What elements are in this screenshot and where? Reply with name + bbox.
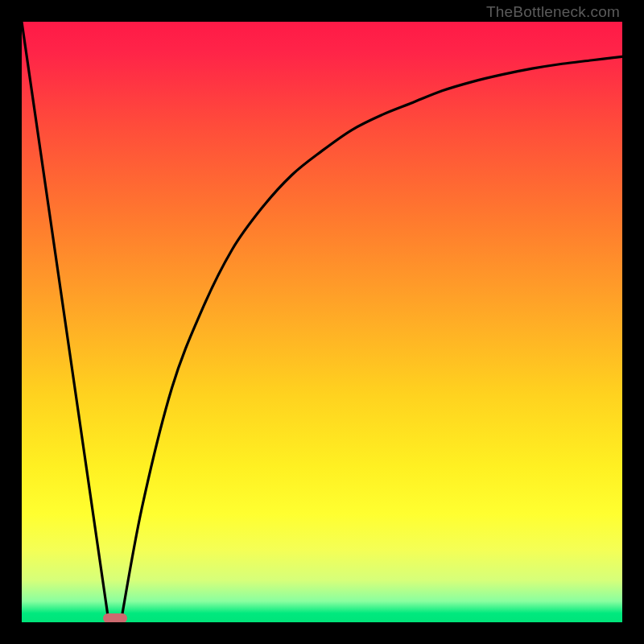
curve-layer — [22, 22, 622, 622]
curve-left-branch — [22, 22, 109, 622]
minimum-marker — [103, 613, 127, 622]
curve-right-branch — [121, 56, 622, 622]
plot-area — [22, 22, 622, 622]
chart-frame: TheBottleneck.com — [0, 0, 644, 644]
watermark-text: TheBottleneck.com — [486, 3, 620, 21]
